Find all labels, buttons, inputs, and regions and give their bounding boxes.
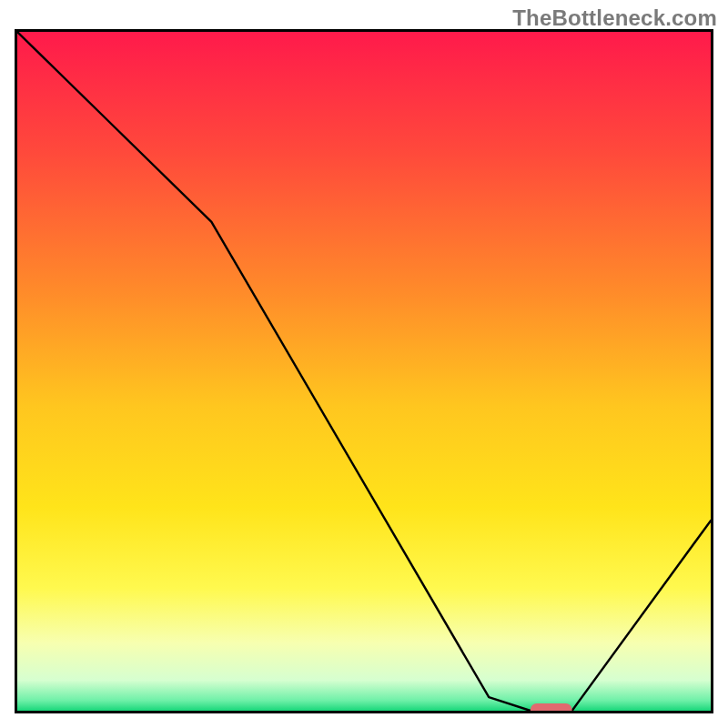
chart-stage: TheBottleneck.com [0, 0, 728, 728]
plot-area [15, 29, 713, 713]
chart-svg [17, 32, 711, 711]
watermark-text: TheBottleneck.com [512, 5, 717, 31]
optimal-marker [531, 703, 572, 711]
